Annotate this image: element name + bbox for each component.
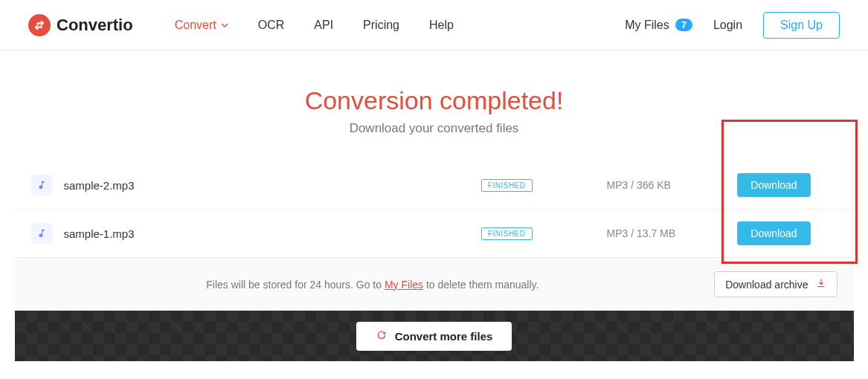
download-button[interactable]: Download [737,173,810,197]
convert-more-button[interactable]: Convert more files [356,322,512,351]
brand-name: Convertio [57,16,133,35]
file-info: MP3 / 366 KB [607,179,696,191]
page-subtitle: Download your converted files [15,121,854,136]
page-title: Conversion completed! [15,86,854,115]
file-name: sample-1.mp3 [64,227,135,240]
download-col: Download [711,221,838,245]
panel-footer: Files will be stored for 24 hours. Go to… [15,258,854,311]
file-info: MP3 / 13.7 MB [607,227,696,239]
login-link[interactable]: Login [713,19,742,32]
convert-more-label: Convert more files [395,330,493,343]
file-row: sample-2.mp3 FINISHED MP3 / 366 KB Downl… [15,161,854,210]
nav-help[interactable]: Help [429,19,454,32]
storage-note: Files will be stored for 24 hours. Go to… [31,279,715,291]
header-right: My Files 7 Login Sign Up [625,12,840,39]
file-name: sample-2.mp3 [64,179,135,192]
header: Convertio Convert OCR API Pricing Help M… [0,0,868,51]
main-nav: Convert OCR API Pricing Help [175,19,454,32]
download-col: Download [711,173,838,197]
page-title-block: Conversion completed! Download your conv… [15,86,854,136]
status-badge: FINISHED [481,227,533,240]
storage-note-before: Files will be stored for 24 hours. Go to [206,279,385,291]
music-note-icon [31,175,52,195]
my-files-link[interactable]: My Files 7 [625,19,692,32]
convert-arrows-icon [28,14,51,36]
files-panel: sample-2.mp3 FINISHED MP3 / 366 KB Downl… [15,161,854,311]
download-icon [816,278,826,291]
my-files-label: My Files [625,19,669,32]
chevron-down-icon [221,19,228,32]
bottom-bar: Convert more files [15,311,854,361]
main-container: Conversion completed! Download your conv… [15,86,854,361]
file-left: sample-2.mp3 [31,175,481,195]
nav-convert-label: Convert [175,19,216,32]
storage-note-after: to delete them manually. [423,279,539,291]
my-files-inline-link[interactable]: My Files [385,279,423,291]
my-files-count-badge: 7 [675,19,692,31]
nav-convert[interactable]: Convert [175,19,228,32]
signup-button[interactable]: Sign Up [763,12,840,39]
download-button[interactable]: Download [737,221,810,245]
refresh-icon [376,329,388,343]
nav-ocr[interactable]: OCR [258,19,285,32]
file-left: sample-1.mp3 [31,223,481,244]
nav-pricing[interactable]: Pricing [363,19,399,32]
file-row: sample-1.mp3 FINISHED MP3 / 13.7 MB Down… [15,210,854,258]
download-archive-button[interactable]: Download archive [714,271,837,297]
nav-api[interactable]: API [314,19,333,32]
download-archive-label: Download archive [725,279,808,291]
status-badge: FINISHED [481,179,533,192]
logo[interactable]: Convertio [28,14,133,36]
music-note-icon [31,223,52,244]
